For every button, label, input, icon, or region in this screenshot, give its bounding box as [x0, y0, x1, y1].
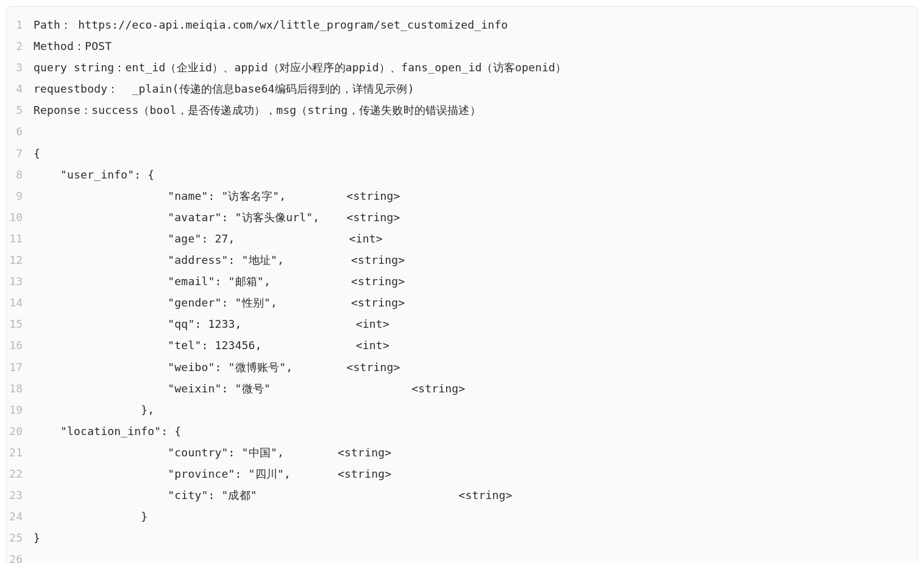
line-number: 13 [7, 271, 34, 292]
line-content: "tel": 123456, <int> [34, 335, 917, 356]
line-number: 20 [7, 420, 34, 442]
code-line: 24 } [7, 506, 917, 527]
code-line: 15 "qq": 1233, <int> [7, 313, 917, 335]
line-number: 2 [7, 35, 34, 57]
code-line: 5Reponse：success（bool，是否传递成功），msg（string… [7, 99, 917, 121]
line-content: "city": "成都" <string> [34, 484, 917, 506]
line-content: "avatar": "访客头像url", <string> [34, 207, 917, 228]
line-content: requestbody： _plain(传递的信息base64编码后得到的，详情… [34, 78, 917, 99]
line-content: "country": "中国", <string> [34, 442, 917, 463]
line-content: "weixin": "微号" <string> [34, 378, 917, 399]
line-content: "email": "邮箱", <string> [34, 271, 917, 292]
line-number: 24 [7, 506, 34, 527]
line-content: Method：POST [34, 35, 917, 57]
line-content: "qq": 1233, <int> [34, 313, 917, 335]
line-number: 14 [7, 292, 34, 313]
code-line: 8 "user_info": { [7, 164, 917, 185]
line-number: 18 [7, 378, 34, 399]
line-number: 8 [7, 164, 34, 185]
line-number: 4 [7, 78, 34, 99]
line-number: 17 [7, 356, 34, 378]
line-content: Reponse：success（bool，是否传递成功），msg（string，… [34, 99, 917, 121]
line-number: 12 [7, 249, 34, 271]
line-content: Path： https://eco-api.meiqia.com/wx/litt… [34, 14, 917, 35]
code-line: 1Path： https://eco-api.meiqia.com/wx/lit… [7, 14, 917, 35]
line-content: "name": "访客名字", <string> [34, 185, 917, 207]
code-line: 19 }, [7, 399, 917, 420]
line-number: 5 [7, 99, 34, 121]
code-line: 17 "weibo": "微博账号", <string> [7, 356, 917, 378]
code-line: 9 "name": "访客名字", <string> [7, 185, 917, 207]
code-line: 21 "country": "中国", <string> [7, 442, 917, 463]
code-line: 26 [7, 548, 917, 563]
line-content: "province": "四川", <string> [34, 463, 917, 484]
line-number: 15 [7, 313, 34, 335]
code-line: 22 "province": "四川", <string> [7, 463, 917, 484]
code-line: 6 [7, 121, 917, 142]
code-line: 13 "email": "邮箱", <string> [7, 271, 917, 292]
code-line: 2Method：POST [7, 35, 917, 57]
line-number: 19 [7, 399, 34, 420]
line-number: 3 [7, 57, 34, 78]
code-line: 4requestbody： _plain(传递的信息base64编码后得到的，详… [7, 78, 917, 99]
line-content: "weibo": "微博账号", <string> [34, 356, 917, 378]
code-line: 25} [7, 527, 917, 548]
line-number: 16 [7, 335, 34, 356]
code-line: 10 "avatar": "访客头像url", <string> [7, 207, 917, 228]
line-number: 26 [7, 548, 34, 563]
line-content: "address": "地址", <string> [34, 249, 917, 271]
code-line: 20 "location_info": { [7, 420, 917, 442]
line-number: 23 [7, 484, 34, 506]
line-content: } [34, 506, 917, 527]
code-line: 14 "gender": "性别", <string> [7, 292, 917, 313]
line-number: 10 [7, 207, 34, 228]
line-content: "location_info": { [34, 420, 917, 442]
line-number: 21 [7, 442, 34, 463]
line-number: 9 [7, 185, 34, 207]
code-block: 1Path： https://eco-api.meiqia.com/wx/lit… [6, 6, 918, 563]
line-content: }, [34, 399, 917, 420]
line-number: 7 [7, 143, 34, 164]
code-line: 11 "age": 27, <int> [7, 228, 917, 249]
line-content: query string：ent_id（企业id）、appid（对应小程序的ap… [34, 57, 917, 78]
line-number: 1 [7, 14, 34, 35]
line-number: 22 [7, 463, 34, 484]
line-content: } [34, 527, 917, 548]
line-number: 11 [7, 228, 34, 249]
code-line: 12 "address": "地址", <string> [7, 249, 917, 271]
line-content: "user_info": { [34, 164, 917, 185]
line-number: 6 [7, 121, 34, 142]
line-content: "gender": "性别", <string> [34, 292, 917, 313]
code-line: 23 "city": "成都" <string> [7, 484, 917, 506]
line-content: "age": 27, <int> [34, 228, 917, 249]
code-line: 18 "weixin": "微号" <string> [7, 378, 917, 399]
code-line: 16 "tel": 123456, <int> [7, 335, 917, 356]
line-content: { [34, 143, 917, 164]
code-line: 3query string：ent_id（企业id）、appid（对应小程序的a… [7, 57, 917, 78]
code-line: 7{ [7, 143, 917, 164]
line-number: 25 [7, 527, 34, 548]
